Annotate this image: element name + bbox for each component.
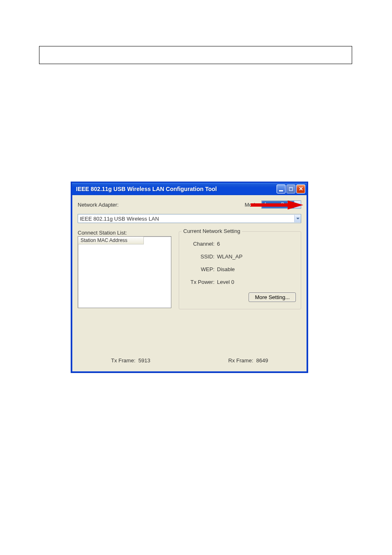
maximize-button xyxy=(286,184,295,193)
station-list-header[interactable]: Station MAC Address xyxy=(78,237,144,244)
channel-value: 6 xyxy=(217,241,220,247)
tx-frame-value: 5913 xyxy=(138,357,150,364)
top-row: Network Adapter: Mode: Access Point xyxy=(78,200,301,209)
chevron-down-icon xyxy=(294,201,301,208)
wep-label: WEP: xyxy=(184,266,217,272)
mode-dropdown-value: Access Point xyxy=(262,201,294,208)
channel-label: Channel: xyxy=(184,241,217,247)
channel-row: Channel: 6 xyxy=(184,241,296,247)
chevron-down-icon xyxy=(294,215,301,222)
maximize-icon xyxy=(289,187,293,191)
left-column: Connect Station List: Station MAC Addres… xyxy=(78,230,171,309)
adapter-dropdown-value: IEEE 802.11g USB Wireless LAN xyxy=(80,216,159,222)
ssid-value: WLAN_AP xyxy=(217,253,242,260)
rx-frame-stat: Rx Frame: 8649 xyxy=(189,357,307,364)
ssid-label: SSID: xyxy=(184,253,217,260)
txpower-row: Tx Power: Level 0 xyxy=(184,279,296,285)
main-columns: Connect Station List: Station MAC Addres… xyxy=(78,230,301,309)
tx-frame-label: Tx Frame: xyxy=(111,357,135,364)
connect-station-label: Connect Station List: xyxy=(78,230,171,236)
groupbox-title: Current Network Setting xyxy=(182,228,242,234)
mode-wrap: Mode: Access Point xyxy=(244,200,301,209)
adapter-dropdown[interactable]: IEEE 802.11g USB Wireless LAN xyxy=(78,214,301,223)
titlebar[interactable]: IEEE 802.11g USB Wireless LAN Configurat… xyxy=(72,183,307,195)
ssid-row: SSID: WLAN_AP xyxy=(184,253,296,260)
window-title: IEEE 802.11g USB Wireless LAN Configurat… xyxy=(76,186,217,192)
tx-frame-stat: Tx Frame: 5913 xyxy=(72,357,189,364)
window-controls xyxy=(277,184,305,193)
app-window: IEEE 802.11g USB Wireless LAN Configurat… xyxy=(71,182,308,373)
minimize-button[interactable] xyxy=(277,184,286,193)
current-network-setting-group: Current Network Setting Channel: 6 SSID:… xyxy=(179,231,301,309)
station-list[interactable]: Station MAC Address xyxy=(78,236,171,308)
txpower-label: Tx Power: xyxy=(184,279,217,285)
wep-row: WEP: Disable xyxy=(184,266,296,272)
close-button[interactable] xyxy=(296,184,305,193)
mode-dropdown[interactable]: Access Point xyxy=(261,200,301,209)
rx-frame-label: Rx Frame: xyxy=(228,357,254,364)
rx-frame-value: 8649 xyxy=(256,357,268,364)
page-outer-border xyxy=(39,46,352,64)
network-adapter-label: Network Adapter: xyxy=(78,202,119,208)
mode-label: Mode: xyxy=(244,202,259,208)
minimize-icon xyxy=(279,190,283,191)
client-area: Network Adapter: Mode: Access Point IEEE… xyxy=(72,195,307,372)
footer-stats: Tx Frame: 5913 Rx Frame: 8649 xyxy=(72,357,307,364)
right-column: Current Network Setting Channel: 6 SSID:… xyxy=(179,230,301,309)
txpower-value: Level 0 xyxy=(217,279,234,285)
wep-value: Disable xyxy=(217,266,235,272)
close-icon xyxy=(299,186,303,192)
more-setting-button[interactable]: More Setting... xyxy=(249,292,296,302)
